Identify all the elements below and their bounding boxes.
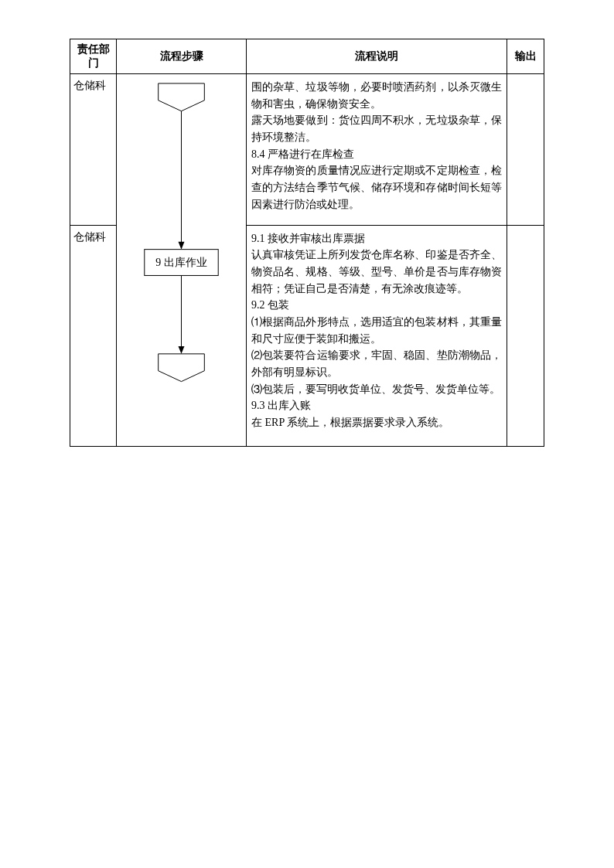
process-box: 9 出库作业 [145, 250, 218, 276]
header-dept: 责任部门 [70, 39, 117, 74]
arrowhead-down-icon [179, 346, 185, 354]
desc-cell: 9.1 接收并审核出库票据认真审核凭证上所列发货仓库名称、印鉴是否齐全、物资品名… [247, 225, 507, 447]
table-row: 仓储科 9 出库作业 [70, 74, 544, 226]
dept-cell: 仓储科 [70, 74, 117, 226]
header-step: 流程步骤 [117, 39, 247, 74]
svg-marker-2 [159, 354, 205, 382]
desc-cell: 围的杂草、垃圾等物，必要时喷洒药剂，以杀灭微生物和害虫，确保物资安全。露天场地要… [247, 74, 507, 226]
offpage-connector-in-icon [159, 83, 205, 111]
output-cell [507, 74, 544, 226]
offpage-connector-out-icon [159, 354, 205, 382]
process-table: 责任部门 流程步骤 流程说明 输出 仓储科 [70, 39, 544, 447]
process-box-label: 9 出库作业 [155, 257, 206, 269]
desc-text: 围的杂草、垃圾等物，必要时喷洒药剂，以杀灭微生物和害虫，确保物资安全。露天场地要… [251, 81, 502, 210]
desc-text: 9.1 接收并审核出库票据认真审核凭证上所列发货仓库名称、印鉴是否齐全、物资品名… [251, 233, 502, 429]
output-cell [507, 225, 544, 447]
header-desc: 流程说明 [247, 39, 507, 74]
flowchart-cell: 9 出库作业 [117, 74, 247, 447]
table-header-row: 责任部门 流程步骤 流程说明 输出 [70, 39, 544, 74]
dept-cell: 仓储科 [70, 225, 117, 447]
svg-marker-0 [159, 83, 205, 111]
flowchart-svg: 9 出库作业 [117, 74, 246, 443]
header-out: 输出 [507, 39, 544, 74]
arrowhead-down-icon [179, 242, 185, 250]
